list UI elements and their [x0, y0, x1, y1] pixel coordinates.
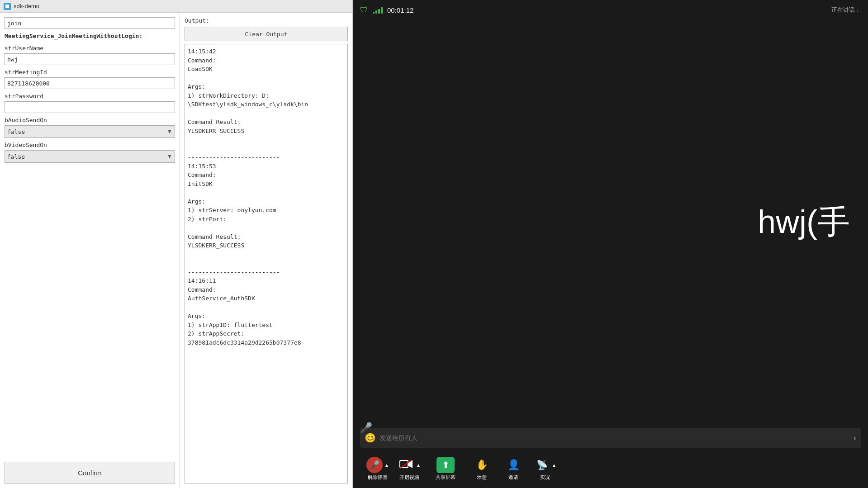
video-main: hwj(手: [353, 20, 868, 424]
chevron-up-icon-audio[interactable]: ▲: [384, 463, 389, 468]
dropdown-audio[interactable]: false true: [5, 125, 175, 138]
chevron-up-icon-video[interactable]: ▲: [416, 463, 421, 468]
raise-hand-icon: ✋: [476, 459, 488, 471]
toolbar-item-live[interactable]: 📡 ▲ 实况: [529, 455, 561, 483]
send-button[interactable]: ‹: [854, 433, 856, 443]
timer: 00:01:12: [387, 6, 413, 14]
clear-output-button[interactable]: Clear Output: [185, 27, 348, 41]
label-share: 共享屏幕: [436, 474, 455, 481]
label-invite: 邀请: [508, 474, 518, 481]
join-input[interactable]: [5, 17, 175, 29]
confirm-button[interactable]: Confirm: [5, 462, 175, 483]
share-icon-row: ⬆: [436, 457, 455, 473]
label-raise: 示意: [477, 474, 487, 481]
input-password[interactable]: [5, 101, 175, 113]
output-section: Output: Clear Output 14:15:42 Command: L…: [180, 13, 352, 488]
microphone-slash-icon: 🎤: [370, 460, 379, 470]
invite-icon: 👤: [508, 459, 520, 471]
label-username: strUserName: [5, 45, 175, 52]
header-right: 正在讲话：: [831, 6, 861, 14]
toolbar-item-video[interactable]: ▲ 开启视频: [394, 455, 425, 483]
toolbar-item-unmute[interactable]: 🎤 ▲ 解除静音: [362, 455, 394, 483]
live-icon-bg: 📡: [534, 457, 550, 473]
live-icon-row: 📡 ▲: [534, 457, 556, 473]
toolbar-item-raise[interactable]: ✋ 示意: [466, 455, 498, 483]
video-footer: 😊 ‹ 🎤 ▲ 解除静音: [353, 424, 868, 488]
raise-hand-icon-bg: ✋: [474, 457, 490, 473]
input-meetingid[interactable]: [5, 77, 175, 89]
section-title: MeetingService_JoinMeetingWithoutLogin:: [5, 33, 175, 39]
signal-bars: [373, 6, 383, 14]
left-panel: sdk-demo MeetingService_JoinMeetingWitho…: [0, 0, 353, 488]
label-video: 开启视频: [399, 474, 419, 481]
mute-icon-bg: 🎤: [366, 457, 383, 473]
right-panel: 🛡 00:01:12 正在讲话： hwj(手 🎤 😊 ‹: [353, 0, 868, 488]
chat-input[interactable]: [379, 434, 850, 441]
share-screen-icon: ⬆: [442, 460, 450, 470]
dropdown-video-wrapper: false true ▼: [5, 150, 175, 163]
label-live: 实况: [540, 474, 550, 481]
label-password: strPassword: [5, 93, 175, 99]
input-username[interactable]: [5, 53, 175, 65]
chat-bar: 😊 ‹: [360, 428, 861, 448]
toolbar-item-invite[interactable]: 👤 邀请: [498, 455, 529, 483]
signal-bar-1: [373, 12, 375, 14]
label-meetingid: strMeetingId: [5, 69, 175, 76]
unmute-icon-row: 🎤 ▲: [366, 457, 389, 473]
shield-icon: 🛡: [360, 5, 368, 15]
toolbar: 🎤 ▲ 解除静音: [353, 453, 868, 484]
video-icon-bg: [398, 457, 414, 473]
label-audio: bAudioSendOn: [5, 117, 175, 123]
mute-indicator: 🎤: [360, 422, 372, 434]
label-unmute: 解除静音: [368, 474, 388, 481]
participant-name: hwj(手: [758, 200, 850, 244]
left-content: MeetingService_JoinMeetingWithoutLogin: …: [0, 13, 352, 488]
invite-icon-bg: 👤: [505, 457, 522, 473]
signal-bar-3: [378, 9, 380, 14]
signal-bar-2: [375, 10, 377, 14]
output-area[interactable]: 14:15:42 Command: LoadSDK Args: 1) strWo…: [185, 44, 348, 483]
video-icon-row: ▲: [398, 457, 421, 473]
dropdown-video[interactable]: false true: [5, 150, 175, 163]
share-screen-icon-bg: ⬆: [436, 457, 455, 473]
app-title: sdk-demo: [14, 3, 39, 9]
app-icon: [4, 3, 11, 10]
chevron-up-icon-live[interactable]: ▲: [552, 463, 556, 468]
title-bar: sdk-demo: [0, 0, 352, 13]
svg-rect-1: [5, 5, 9, 8]
live-icon: 📡: [536, 460, 548, 470]
dropdown-audio-wrapper: false true ▼: [5, 125, 175, 138]
emoji-button[interactable]: 😊: [365, 432, 376, 443]
video-slash-icon: [399, 459, 413, 471]
form-section: MeetingService_JoinMeetingWithoutLogin: …: [0, 13, 180, 488]
spacer: [5, 165, 175, 456]
speaking-label: 正在讲话：: [831, 6, 861, 13]
signal-bar-4: [381, 7, 383, 14]
toolbar-item-share[interactable]: ⬆ 共享屏幕: [425, 455, 466, 483]
header-left: 🛡 00:01:12: [360, 5, 413, 15]
label-video: bVideoSendOn: [5, 142, 175, 148]
output-label: Output:: [185, 17, 348, 24]
video-header: 🛡 00:01:12 正在讲话：: [353, 0, 868, 20]
